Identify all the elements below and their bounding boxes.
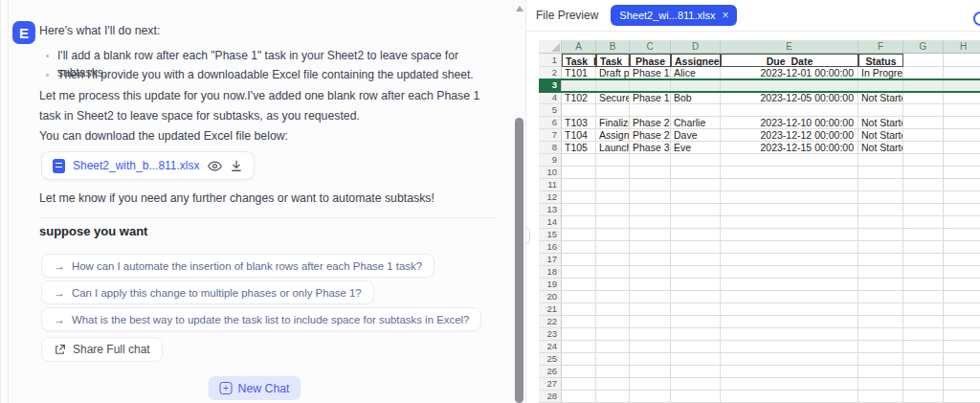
cell-E28[interactable]: [721, 391, 858, 403]
row-header-13[interactable]: 13: [539, 204, 562, 216]
cell-H24[interactable]: [944, 341, 980, 353]
cell-F17[interactable]: [858, 254, 903, 266]
cell-C7[interactable]: Phase 2: [630, 129, 671, 142]
cell-C12[interactable]: [630, 191, 671, 204]
column-header-C[interactable]: C: [630, 40, 671, 54]
row-header-22[interactable]: 22: [539, 316, 562, 328]
cell-E18[interactable]: [721, 266, 858, 279]
cell-E26[interactable]: [721, 366, 858, 378]
cell-F5[interactable]: [858, 104, 903, 117]
cell-G9[interactable]: [903, 154, 944, 167]
cell-A18[interactable]: [562, 266, 596, 279]
cell-G15[interactable]: [903, 229, 944, 241]
cell-H1[interactable]: [944, 54, 980, 67]
column-header-H[interactable]: H: [944, 40, 980, 54]
cell-D19[interactable]: [671, 279, 721, 291]
scrollbar-thumb[interactable]: [515, 118, 523, 403]
cell-F15[interactable]: [858, 229, 903, 241]
cell-E20[interactable]: [721, 291, 858, 303]
row-header-20[interactable]: 20: [539, 291, 562, 303]
cell-A4[interactable]: T102: [562, 92, 596, 104]
cell-C25[interactable]: [630, 353, 671, 366]
cell-B17[interactable]: [596, 254, 630, 266]
cell-G4[interactable]: [903, 92, 944, 104]
cell-F11[interactable]: [858, 179, 903, 191]
cell-H8[interactable]: [944, 142, 980, 154]
cell-E10[interactable]: [721, 167, 858, 179]
cell-D5[interactable]: [671, 104, 721, 117]
cell-E8[interactable]: 2023-12-15 00:00:00: [721, 142, 858, 154]
cell-H27[interactable]: [944, 378, 980, 391]
cell-H6[interactable]: [944, 117, 980, 129]
cell-C17[interactable]: [630, 254, 671, 266]
cell-E4[interactable]: 2023-12-05 00:00:00: [721, 92, 858, 104]
cell-A19[interactable]: [562, 279, 596, 291]
cell-G27[interactable]: [903, 378, 944, 391]
column-header-F[interactable]: F: [858, 40, 903, 54]
cell-D22[interactable]: [671, 316, 721, 328]
cell-G21[interactable]: [903, 303, 944, 316]
cell-A25[interactable]: [562, 353, 596, 366]
cell-E27[interactable]: [721, 378, 858, 391]
cell-C20[interactable]: [630, 291, 671, 303]
column-header-G[interactable]: G: [903, 40, 944, 54]
row-header-26[interactable]: 26: [539, 366, 562, 378]
cell-D13[interactable]: [671, 204, 721, 216]
cell-E12[interactable]: [721, 191, 858, 204]
row-header-25[interactable]: 25: [539, 353, 562, 366]
row-header-23[interactable]: 23: [539, 328, 562, 341]
cell-F12[interactable]: [858, 191, 903, 204]
cell-C9[interactable]: [630, 154, 671, 167]
row-header-24[interactable]: 24: [539, 341, 562, 353]
share-full-chat-button[interactable]: Share Full chat: [41, 337, 163, 362]
cell-D25[interactable]: [671, 353, 721, 366]
column-header-A[interactable]: A: [562, 40, 596, 54]
cell-H14[interactable]: [944, 216, 980, 229]
cell-D16[interactable]: [671, 241, 721, 254]
cell-B16[interactable]: [596, 241, 630, 254]
cell-D11[interactable]: [671, 179, 721, 191]
cell-F4[interactable]: Not Started: [858, 92, 903, 104]
cell-A21[interactable]: [562, 303, 596, 316]
cell-A17[interactable]: [562, 254, 596, 266]
column-header-E[interactable]: E: [721, 40, 858, 54]
cell-A26[interactable]: [562, 366, 596, 378]
cell-H9[interactable]: [944, 154, 980, 167]
row-header-1[interactable]: 1: [539, 54, 562, 67]
cell-B25[interactable]: [596, 353, 630, 366]
cell-A24[interactable]: [562, 341, 596, 353]
cell-G12[interactable]: [903, 191, 944, 204]
cell-H25[interactable]: [944, 353, 980, 366]
row-header-7[interactable]: 7: [539, 129, 562, 142]
cell-B15[interactable]: [596, 229, 630, 241]
cell-E14[interactable]: [721, 216, 858, 229]
cell-A16[interactable]: [562, 241, 596, 254]
cell-G11[interactable]: [903, 179, 944, 191]
cell-B22[interactable]: [596, 316, 630, 328]
cell-B14[interactable]: [596, 216, 630, 229]
select-all-corner[interactable]: [539, 40, 562, 54]
cell-C15[interactable]: [630, 229, 671, 241]
cell-H15[interactable]: [944, 229, 980, 241]
cell-E25[interactable]: [721, 353, 858, 366]
cell-F22[interactable]: [858, 316, 903, 328]
cell-D14[interactable]: [671, 216, 721, 229]
cell-A12[interactable]: [562, 191, 596, 204]
cell-B9[interactable]: [596, 154, 630, 167]
row-header-11[interactable]: 11: [539, 179, 562, 191]
cell-E21[interactable]: [721, 303, 858, 316]
cell-E24[interactable]: [721, 341, 858, 353]
cell-A10[interactable]: [562, 167, 596, 179]
cell-D12[interactable]: [671, 191, 721, 204]
row-header-12[interactable]: 12: [539, 191, 562, 204]
cell-E22[interactable]: [721, 316, 858, 328]
cell-D18[interactable]: [671, 266, 721, 279]
row-header-27[interactable]: 27: [539, 378, 562, 391]
cell-H13[interactable]: [944, 204, 980, 216]
row-header-19[interactable]: 19: [539, 279, 562, 291]
cell-G20[interactable]: [903, 291, 944, 303]
cell-B6[interactable]: Finalize bu: [596, 117, 630, 129]
cell-F10[interactable]: [858, 167, 903, 179]
row-header-15[interactable]: 15: [539, 229, 562, 241]
cell-G7[interactable]: [903, 129, 944, 142]
